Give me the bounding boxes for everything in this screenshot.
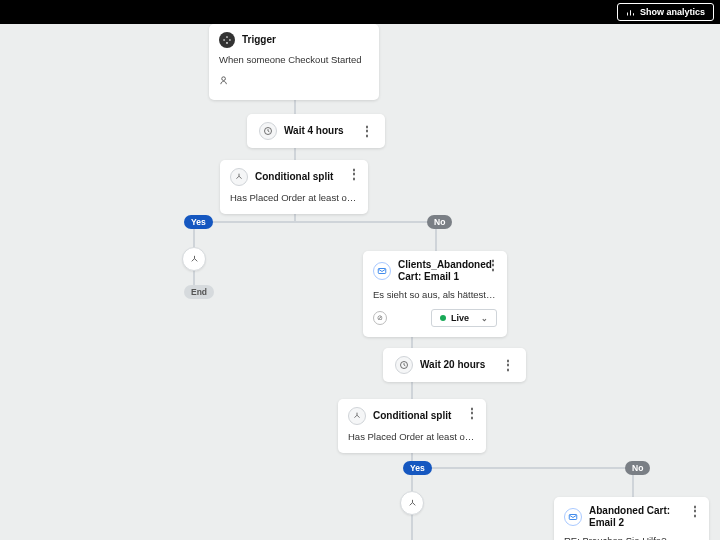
svg-point-4 xyxy=(223,39,225,41)
flow-canvas[interactable]: Trigger When someone Checkout Started Wa… xyxy=(0,24,720,540)
svg-point-5 xyxy=(229,39,231,41)
merge-junction[interactable] xyxy=(400,491,424,515)
node-more-button[interactable]: ⋮ xyxy=(348,168,360,180)
clock-icon xyxy=(259,122,277,140)
node-more-button[interactable]: ⋮ xyxy=(466,407,478,419)
branch-yes-badge: Yes xyxy=(184,215,213,229)
node-title: Conditional split xyxy=(255,171,333,183)
branch-yes-badge: Yes xyxy=(403,461,432,475)
node-more-button[interactable]: ⋮ xyxy=(502,359,514,371)
split-icon xyxy=(230,168,248,186)
node-wait-4h[interactable]: Wait 4 hours ⋮ xyxy=(247,114,385,148)
node-title: Wait 4 hours xyxy=(284,125,344,137)
status-dropdown[interactable]: Live ⌄ xyxy=(431,309,497,327)
node-more-button[interactable]: ⋮ xyxy=(361,125,373,137)
node-conditional-split-1[interactable]: Conditional split ⋮ Has Placed Order at … xyxy=(220,160,368,214)
connector xyxy=(411,379,413,399)
split-icon xyxy=(348,407,366,425)
svg-rect-11 xyxy=(569,515,577,520)
trigger-icon xyxy=(219,32,235,48)
node-conditional-split-2[interactable]: Conditional split ⋮ Has Placed Order at … xyxy=(338,399,486,453)
node-email-1[interactable]: Clients_Abandoned Cart: Email 1 ⋮ Es sie… xyxy=(363,251,507,337)
node-more-button[interactable]: ⋮ xyxy=(487,259,499,271)
topbar: Show analytics xyxy=(0,0,720,24)
connector xyxy=(411,514,413,540)
connector xyxy=(193,221,437,223)
status-label: Live xyxy=(451,313,469,323)
show-analytics-button[interactable]: Show analytics xyxy=(617,3,714,21)
svg-rect-9 xyxy=(378,269,386,274)
branch-no-badge: No xyxy=(625,461,650,475)
node-email-2[interactable]: Abandoned Cart: Email 2 ⋮ RE: Brauchen S… xyxy=(554,497,709,540)
show-analytics-label: Show analytics xyxy=(640,7,705,17)
profile-placeholder-icon xyxy=(219,72,369,90)
metrics-icon[interactable]: ⊘ xyxy=(373,311,387,325)
bar-chart-icon xyxy=(626,8,635,17)
svg-point-7 xyxy=(222,77,226,81)
clock-icon xyxy=(395,356,413,374)
node-trigger[interactable]: Trigger When someone Checkout Started xyxy=(209,24,379,100)
node-wait-20h[interactable]: Wait 20 hours ⋮ xyxy=(383,348,526,382)
node-title: Trigger xyxy=(242,34,276,46)
node-desc: Has Placed Order at least once in the la… xyxy=(348,431,476,443)
branch-no-badge: No xyxy=(427,215,452,229)
node-desc: Es sieht so aus, als hättest du etwas zu… xyxy=(373,289,497,301)
node-desc: Has Placed Order at least once in the la… xyxy=(230,192,358,204)
node-desc: When someone Checkout Started xyxy=(219,54,369,66)
connector xyxy=(411,467,634,469)
node-desc: RE: Brauchen Sie Hilfe? xyxy=(564,535,699,540)
svg-point-3 xyxy=(226,36,228,38)
node-title: Clients_Abandoned Cart: Email 1 xyxy=(398,259,497,283)
chevron-down-icon: ⌄ xyxy=(481,314,488,323)
email-icon xyxy=(564,508,582,526)
status-dot-icon xyxy=(440,315,446,321)
node-title: Abandoned Cart: Email 2 xyxy=(589,505,699,529)
svg-point-6 xyxy=(226,42,228,44)
end-badge: End xyxy=(184,285,214,299)
node-title: Conditional split xyxy=(373,410,451,422)
email-icon xyxy=(373,262,391,280)
node-more-button[interactable]: ⋮ xyxy=(689,505,701,517)
connector xyxy=(193,269,195,285)
merge-junction[interactable] xyxy=(182,247,206,271)
node-title: Wait 20 hours xyxy=(420,359,485,371)
